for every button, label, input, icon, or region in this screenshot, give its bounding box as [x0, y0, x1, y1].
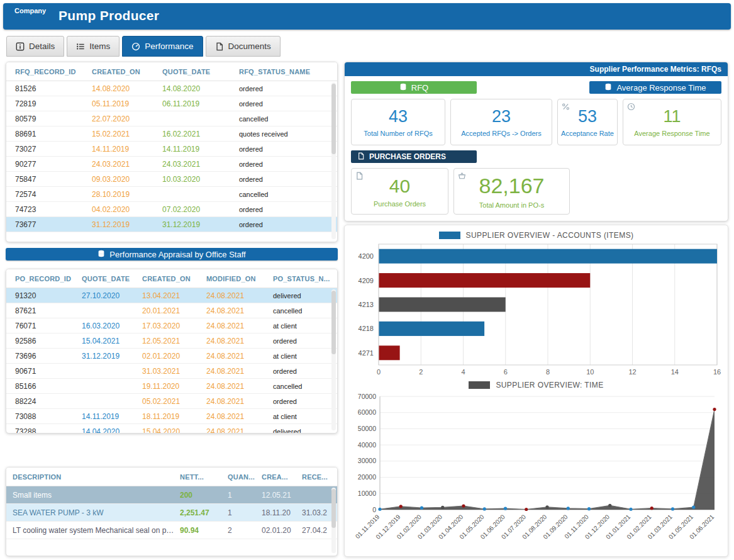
cell-id: 81526: [15, 84, 92, 93]
cell-quote_date: 14.11.2019: [162, 145, 239, 154]
table-row[interactable]: 7328814.04.202015.04.202024.08.2021deliv…: [6, 424, 337, 434]
cell-created_on: 04.02.2020: [92, 205, 162, 214]
svg-text:14: 14: [670, 368, 678, 376]
column-header[interactable]: PO_STATUS_N...: [273, 275, 337, 283]
tab-documents[interactable]: Documents: [206, 36, 281, 57]
table-row[interactable]: 8822405.02.202124.08.2021ordered: [6, 394, 337, 409]
table-row[interactable]: 7367731.12.201931.12.2019ordered: [6, 217, 337, 232]
cell-id: 74723: [15, 205, 92, 214]
cell-modified_on: 24.08.2021: [206, 397, 273, 406]
kpi-value: 53: [578, 107, 597, 126]
column-header[interactable]: QUOTE_DATE: [82, 275, 142, 283]
table-row[interactable]: Small items200112.05.21: [6, 486, 337, 504]
table-row[interactable]: 8516619.11.202024.08.2021cancelled: [6, 379, 337, 394]
table-row[interactable]: 7257428.10.2019cancelled: [6, 187, 337, 202]
rfq-button[interactable]: RFQ: [351, 81, 477, 94]
cell-id: 91320: [15, 291, 82, 300]
column-header[interactable]: CREATED_ON: [142, 275, 206, 283]
tab-details[interactable]: Details: [6, 36, 64, 57]
table-row[interactable]: 7302714.11.201914.11.2019ordered: [6, 142, 337, 157]
table-row[interactable]: 7472304.02.202007.02.2020ordered: [6, 202, 337, 217]
svg-text:16: 16: [713, 368, 720, 376]
cell-status: ordered: [273, 398, 337, 405]
table-row[interactable]: LT cooling water system Mechanical seal …: [6, 522, 337, 539]
accounts-chart-legend: SUPPLIER OVERVIEW - ACCOUNTS (ITEMS): [345, 229, 728, 242]
database-icon: [604, 83, 612, 92]
cell-modified_on: 24.08.2021: [206, 337, 273, 345]
cell-nett: 200: [180, 491, 228, 500]
table-header-row: PO_RECORD_IDQUOTE_DATECREATED_ONMODIFIED…: [6, 269, 337, 288]
cell-id: 73088: [15, 412, 82, 421]
po-table: PO_RECORD_IDQUOTE_DATECREATED_ONMODIFIED…: [6, 269, 337, 434]
cell-created: 02.01.20: [262, 526, 302, 535]
column-header[interactable]: RFQ_RECORD_ID: [15, 68, 92, 76]
table-row[interactable]: 8869115.02.202116.02.2021quotes received: [6, 126, 337, 142]
left-column: RFQ_RECORD_IDCREATED_ONQUOTE_DATERFQ_STA…: [6, 62, 338, 556]
tab-performance[interactable]: Performance: [122, 36, 203, 57]
document-icon: [355, 171, 364, 179]
cell-quote_date: 27.10.2020: [82, 291, 142, 300]
cell-id: 88691: [15, 130, 92, 138]
scrollbar-thumb[interactable]: [331, 489, 336, 528]
appraisal-bar-label: Performance Appraisal by Office Staff: [109, 250, 245, 259]
table-row[interactable]: 9132027.10.202013.04.202124.08.2021deliv…: [6, 288, 337, 303]
svg-text:4200: 4200: [358, 252, 373, 260]
tab-label: Items: [89, 42, 110, 51]
table-row[interactable]: 7584709.03.202010.03.2020ordered: [6, 172, 337, 187]
table-row[interactable]: 9027724.03.202124.03.2021ordered: [6, 157, 337, 172]
document-icon: [357, 152, 365, 162]
table-row[interactable]: SEA WATER PUMP - 3 kW2,251.47118.11.2031…: [6, 504, 337, 522]
time-chart-title: SUPPLIER OVERVIEW: TIME: [496, 381, 603, 389]
column-header[interactable]: QUAN...: [228, 473, 262, 481]
cell-id: 76071: [15, 322, 82, 330]
cell-quote_date: 31.12.2019: [162, 220, 239, 229]
cell-modified_on: 24.08.2021: [206, 367, 273, 376]
cell-created_on: 14.08.2020: [92, 84, 162, 93]
gauge-icon: [131, 42, 140, 51]
column-header[interactable]: MODIFIED_ON: [206, 275, 273, 283]
average-response-time-button[interactable]: Average Response Time: [589, 81, 721, 94]
cell-created_on: 13.04.2021: [142, 291, 206, 300]
svg-text:10000: 10000: [357, 490, 375, 497]
table-row[interactable]: 9258615.04.202112.05.202124.08.2021order…: [6, 333, 337, 349]
svg-text:4271: 4271: [358, 349, 373, 357]
appraisal-bar-button[interactable]: Performance Appraisal by Office Staff: [6, 248, 338, 260]
legend-swatch: [469, 381, 490, 389]
page-title: Pump Producer: [58, 8, 159, 23]
scrollbar-thumb[interactable]: [331, 291, 336, 354]
tab-items[interactable]: Items: [67, 36, 120, 57]
cell-created_on: 15.02.2021: [92, 130, 162, 138]
column-header[interactable]: QUOTE_DATE: [162, 68, 239, 76]
svg-text:8: 8: [545, 368, 549, 376]
column-header[interactable]: CREATED_ON: [92, 68, 162, 76]
column-header[interactable]: RECE...: [302, 473, 337, 481]
column-header[interactable]: PO_RECORD_ID: [15, 275, 82, 283]
column-header[interactable]: CREA...: [262, 473, 302, 481]
cell-quote_date: 10.03.2020: [162, 175, 239, 184]
cell-nett: 90.94: [180, 526, 228, 535]
cell-status: ordered: [239, 206, 337, 213]
scrollbar-thumb[interactable]: [331, 84, 336, 154]
cell-status: ordered: [273, 337, 337, 345]
table-row[interactable]: 8152614.08.202014.08.2020ordered: [6, 81, 337, 96]
table-row[interactable]: 9067131.03.202124.08.2021ordered: [6, 364, 337, 379]
table-row[interactable]: 8057922.07.2020cancelled: [6, 111, 337, 126]
svg-text:10: 10: [586, 368, 594, 376]
table-row[interactable]: 7281905.11.201906.11.2019ordered: [6, 96, 337, 111]
cell-created_on: 12.05.2021: [142, 337, 206, 345]
table-row[interactable]: 7308814.11.201918.11.201924.08.2021at cl…: [6, 409, 337, 424]
column-header[interactable]: DESCRIPTION: [13, 473, 180, 481]
cell-quantity: 2: [228, 526, 262, 535]
cell-status: ordered: [239, 221, 337, 228]
table-row[interactable]: 7369631.12.201902.01.202024.08.2021at cl…: [6, 349, 337, 364]
cell-id: 73696: [15, 352, 82, 361]
table-row[interactable]: 7607116.03.202017.03.202024.08.2021at cl…: [6, 318, 337, 333]
scrollbar: [331, 289, 336, 430]
scrollbar: [331, 488, 336, 553]
column-header[interactable]: NETT...: [180, 473, 228, 481]
column-header[interactable]: RFQ_STATUS_NAME: [239, 68, 337, 76]
purchase-orders-button[interactable]: PURCHASE ORDERS: [351, 150, 477, 163]
table-row[interactable]: 8762120.01.202124.08.2021cancelled: [6, 303, 337, 318]
cell-status: ordered: [239, 176, 337, 183]
cell-modified_on: 24.08.2021: [206, 382, 273, 391]
